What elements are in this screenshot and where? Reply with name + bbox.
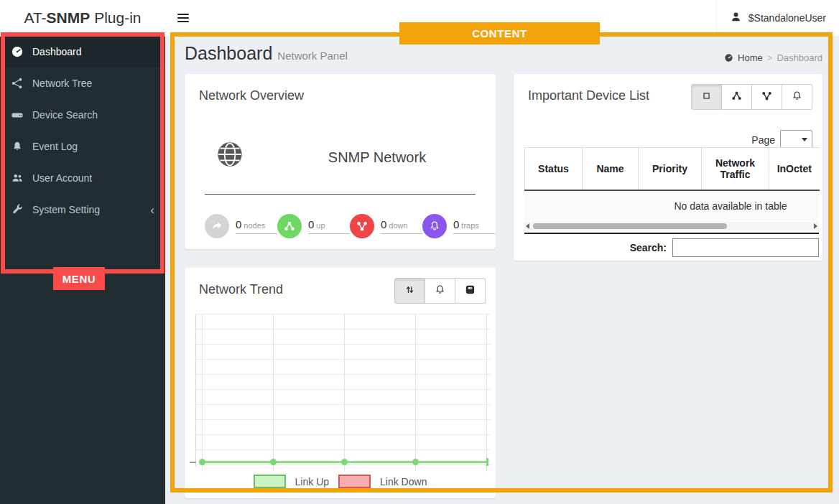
user-menu[interactable]: $StandaloneUser [716, 0, 839, 36]
network-stats-row: 0nodes 0up 0down [205, 214, 486, 238]
sidebar-item-label: Network Tree [32, 78, 92, 89]
scale-icon [464, 284, 476, 299]
filter-up-button[interactable] [722, 84, 752, 110]
bell-icon [11, 140, 24, 153]
nodes-down-icon [761, 90, 773, 105]
globe-icon [215, 140, 244, 172]
scrollbar-thumb[interactable] [533, 223, 727, 229]
stat-up: 0up [277, 214, 350, 238]
stat-nodes-link[interactable]: 0nodes [236, 218, 277, 234]
search-label: Search: [630, 242, 667, 253]
gridline [486, 314, 487, 472]
filter-all-button[interactable] [691, 84, 722, 110]
gridline [344, 314, 345, 472]
horizontal-scrollbar[interactable] [524, 222, 819, 230]
panel-title: Network Overview [199, 88, 304, 103]
app-window: AT-SNMP Plug-in $StandaloneUser Dashboar… [0, 0, 839, 504]
sidebar-item-label: Device Search [32, 109, 98, 121]
sidebar-item-system-setting[interactable]: System Setting ‹ [0, 194, 165, 225]
network-trend-panel: Network Trend [185, 268, 496, 498]
page-select-dropdown[interactable] [780, 130, 812, 149]
nodes-up-icon [277, 214, 302, 238]
username-label: $StandaloneUser [748, 12, 826, 24]
panel-title: Important Device List [528, 88, 649, 103]
chevron-left-icon: ‹ [150, 204, 154, 216]
sidebar-item-event-log[interactable]: Event Log [0, 131, 165, 162]
trend-traps-button[interactable] [425, 278, 455, 304]
sidebar-item-label: System Setting [32, 204, 100, 215]
page-subtitle: Network Panel [277, 50, 348, 62]
divider [205, 194, 476, 195]
important-device-list-panel: Important Device List Page [514, 74, 822, 261]
data-point [199, 459, 205, 465]
network-name-label: SNMP Network [256, 149, 498, 166]
legend-label-link-up: Link Up [295, 476, 329, 487]
app-logo[interactable]: AT-SNMP Plug-in [0, 0, 165, 36]
users-icon [11, 172, 24, 185]
axis-tick [190, 462, 196, 463]
column-header-status[interactable]: Status [525, 148, 583, 191]
stat-traps-link[interactable]: 0traps [453, 218, 495, 234]
device-list-toolbar [691, 84, 812, 110]
gauge-icon [11, 45, 24, 58]
gridline [415, 314, 416, 472]
trend-toolbar [394, 278, 486, 304]
sidebar-item-label: User Account [32, 172, 92, 184]
user-icon [730, 11, 742, 25]
column-header-network-traffic[interactable]: Network Traffic [702, 148, 769, 191]
top-header: AT-SNMP Plug-in $StandaloneUser [0, 0, 839, 37]
breadcrumb-separator: > [767, 52, 773, 63]
sort-arrows-icon [404, 284, 416, 299]
series-end-cap [486, 458, 488, 466]
link-down-swatch [338, 475, 371, 488]
logo-bold: SNMP [47, 9, 91, 26]
table-search-row: Search: [524, 238, 819, 257]
hamburger-icon [177, 14, 189, 15]
trend-traffic-button[interactable] [394, 278, 425, 304]
network-overview-panel: Network Overview SNMP Network 0nodes 0up [185, 74, 496, 249]
scroll-right-icon[interactable] [814, 223, 817, 229]
stat-up-link[interactable]: 0up [308, 218, 350, 234]
link-up-swatch [254, 475, 286, 488]
page-title: DashboardNetwork Panel [185, 43, 348, 64]
hdd-icon [11, 108, 24, 121]
device-table: Status Name Priority Network Traffic InO… [524, 147, 820, 191]
gridline [273, 314, 274, 472]
sidebar-item-device-search[interactable]: Device Search [0, 99, 165, 131]
bell-icon [434, 284, 446, 299]
nodes-up-icon [731, 90, 743, 105]
trend-chart [195, 314, 491, 467]
sidebar-item-dashboard[interactable]: Dashboard [0, 36, 165, 67]
data-point [341, 459, 348, 465]
filter-down-button[interactable] [752, 84, 782, 110]
logo-prefix: AT- [24, 9, 46, 26]
column-header-name[interactable]: Name [583, 148, 639, 191]
scroll-left-icon[interactable] [526, 223, 529, 229]
bell-icon [422, 214, 447, 238]
sidebar-menu: Dashboard Network Tree Device Search Eve… [0, 36, 165, 504]
sidebar-item-label: Dashboard [32, 46, 82, 57]
panel-title: Network Trend [199, 282, 283, 297]
gridline [202, 314, 203, 472]
sidebar-item-user-account[interactable]: User Account [0, 162, 165, 194]
column-header-inoctet[interactable]: InOctet [769, 148, 820, 191]
stat-down-link[interactable]: 0down [381, 218, 422, 234]
sidebar-toggle-button[interactable] [167, 0, 200, 36]
sidebar-item-network-tree[interactable]: Network Tree [0, 67, 165, 99]
page-label: Page [751, 134, 775, 146]
network-tree-icon [11, 77, 24, 90]
search-input[interactable] [672, 238, 819, 257]
data-point [270, 459, 277, 465]
wrench-icon [11, 203, 24, 216]
column-header-priority[interactable]: Priority [639, 148, 702, 191]
gauge-icon [724, 53, 733, 62]
breadcrumb-home-link[interactable]: Home [738, 52, 763, 63]
trend-load-button[interactable] [455, 278, 486, 304]
breadcrumb: Home > Dashboard [724, 52, 822, 63]
table-empty-row: No data available in table [524, 191, 819, 221]
share-icon [205, 214, 229, 238]
stat-nodes: 0nodes [205, 214, 277, 238]
filter-traps-button[interactable] [782, 84, 812, 110]
square-icon [700, 90, 713, 105]
page-selector-row: Page [751, 130, 812, 149]
